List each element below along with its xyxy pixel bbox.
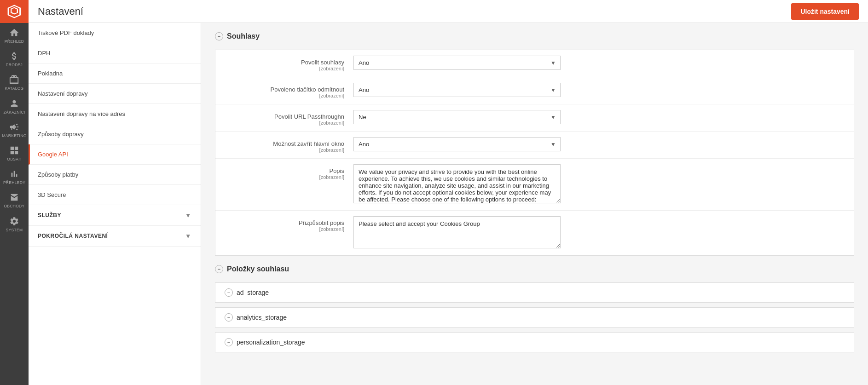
select-url[interactable]: Ne Ano <box>353 110 561 124</box>
chevron-down-icon: ▼ <box>185 212 191 219</box>
sidebar-item-label: KATALOG <box>5 86 24 91</box>
subsection-label-personalization-storage: personalization_storage <box>237 339 305 346</box>
collapse-icon-polozky[interactable]: − <box>215 265 223 273</box>
subsection-header-personalization-storage[interactable]: − personalization_storage <box>225 338 845 346</box>
form-row-tlacitko: Povoleno tlačítko odmítnout [zobrazení] … <box>215 77 854 104</box>
collapse-icon-ad[interactable]: − <box>225 288 233 297</box>
sidebar-item-label: PŘEHLED <box>5 39 24 44</box>
sidebar-item-label: PRODEJ <box>6 63 23 67</box>
subsection-label-analytics-storage: analytics_storage <box>237 314 287 321</box>
nav-item-pokladna[interactable]: Pokladna <box>29 63 201 84</box>
form-row-prizpusobit: Přizpůsobit popis [zobrazení] Please sel… <box>215 211 854 255</box>
nav-item-dph[interactable]: DPH <box>29 43 201 63</box>
select-tlacitko[interactable]: Ano Ne <box>353 83 561 97</box>
sidebar-item-label: ZÁKAZNÍCI <box>3 110 25 115</box>
nav-section-pokrocila-label: POKROČILÁ NASTAVENÍ <box>38 233 108 239</box>
form-label-popis: Popis [zobrazení] <box>225 164 353 180</box>
sidebar-item-marketing[interactable]: MARKETING <box>0 117 29 141</box>
shop-icon <box>9 192 19 202</box>
subsection-header-ad-storage[interactable]: − ad_storage <box>225 288 845 297</box>
section-header-souhlasy: − Souhlasy <box>215 32 854 40</box>
home-icon <box>9 28 19 38</box>
form-control-popis: We value your privacy and strive to prov… <box>353 164 845 205</box>
nav-item-nastaveni-dopravy[interactable]: Nastavení dopravy <box>29 84 201 104</box>
nav-section-pokrocila[interactable]: POKROČILÁ NASTAVENÍ ▼ <box>29 226 201 247</box>
left-nav: Tiskové PDF doklady DPH Pokladna Nastave… <box>29 23 201 385</box>
sidebar: PŘEHLED PRODEJ KATALOG ZÁKAZNÍCI MARKETI… <box>0 0 29 385</box>
magento-logo-icon <box>7 4 22 19</box>
subsection-analytics-storage: − analytics_storage <box>215 307 854 328</box>
top-header: Nastavení Uložit nastavení <box>29 0 868 23</box>
page-title: Nastavení <box>38 6 83 17</box>
grid-icon <box>9 145 19 155</box>
subsections-title: Položky souhlasu <box>227 265 289 273</box>
form-container: Povolit souhlasy [zobrazení] Ano Ne ▼ <box>215 50 854 256</box>
right-content: − Souhlasy Povolit souhlasy [zobrazení] … <box>201 23 868 385</box>
nav-item-zpusoby-dopravy[interactable]: Způsoby dopravy <box>29 124 201 144</box>
gear-icon <box>9 216 19 226</box>
sidebar-item-obchody[interactable]: OBCHODY <box>0 188 29 211</box>
sidebar-item-katalog[interactable]: KATALOG <box>0 70 29 93</box>
sidebar-item-prehled[interactable]: PŘEHLED <box>0 23 29 46</box>
select-povolit-souhlasy[interactable]: Ano Ne <box>353 56 561 70</box>
form-row-popis: Popis [zobrazení] We value your privacy … <box>215 159 854 211</box>
collapse-icon[interactable]: − <box>215 32 223 40</box>
box-icon <box>9 75 19 85</box>
chevron-down-icon: ▼ <box>185 232 191 240</box>
megaphone-icon <box>9 122 19 132</box>
sidebar-item-label: OBSAH <box>7 157 21 161</box>
textarea-prizpusobit[interactable]: Please select and accept your Cookies Gr… <box>353 216 561 248</box>
subsection-header-analytics-storage[interactable]: − analytics_storage <box>225 313 845 322</box>
nav-item-nastaveni-dopravy-adres[interactable]: Nastavení dopravy na více adres <box>29 104 201 124</box>
sidebar-item-obsah[interactable]: OBSAH <box>0 141 29 164</box>
nav-section-sluzby-label: SLUŽBY <box>38 212 61 218</box>
sidebar-item-label: MARKETING <box>2 133 26 138</box>
bar-chart-icon <box>9 169 19 179</box>
form-control-tlacitko: Ano Ne ▼ <box>353 83 845 97</box>
form-label-tlacitko: Povoleno tlačítko odmítnout [zobrazení] <box>225 83 353 98</box>
nav-section-sluzby[interactable]: SLUŽBY ▼ <box>29 205 201 226</box>
form-row-povolit-souhlasy: Povolit souhlasy [zobrazení] Ano Ne ▼ <box>215 50 854 77</box>
subsection-personalization-storage: − personalization_storage <box>215 332 854 352</box>
select-wrapper-zavrit: Ano Ne ▼ <box>353 137 561 151</box>
form-control-url: Ne Ano ▼ <box>353 110 845 124</box>
select-wrapper-povolit-souhlasy: Ano Ne ▼ <box>353 56 561 70</box>
form-label-prizpusobit: Přizpůsobit popis [zobrazení] <box>225 216 353 232</box>
form-row-zavrit: Možnost zavřít hlavní okno [zobrazení] A… <box>215 132 854 159</box>
nav-item-tiskove-pdf[interactable]: Tiskové PDF doklady <box>29 23 201 43</box>
sidebar-item-prehledy[interactable]: PŘEHLEDY <box>0 164 29 188</box>
subsection-label-ad-storage: ad_storage <box>237 289 269 296</box>
section-header-polozky: − Položky souhlasu <box>215 265 854 273</box>
nav-item-3d-secure[interactable]: 3D Secure <box>29 185 201 205</box>
main-area: Nastavení Uložit nastavení Tiskové PDF d… <box>29 0 868 385</box>
person-icon <box>9 98 19 109</box>
nav-item-google-api[interactable]: Google API <box>29 144 201 165</box>
collapse-icon-analytics[interactable]: − <box>225 313 233 322</box>
sidebar-item-system[interactable]: SYSTÉM <box>0 212 29 235</box>
dollar-icon <box>9 51 19 61</box>
select-wrapper-url: Ne Ano ▼ <box>353 110 561 124</box>
collapse-icon-personalization[interactable]: − <box>225 338 233 346</box>
nav-item-zpusoby-platby[interactable]: Způsoby platby <box>29 165 201 185</box>
sidebar-item-label: SYSTÉM <box>6 228 23 232</box>
subsection-ad-storage: − ad_storage <box>215 282 854 303</box>
sidebar-item-prodej[interactable]: PRODEJ <box>0 46 29 70</box>
form-row-url: Povolit URL Passthroughn [zobrazení] Ne … <box>215 104 854 132</box>
form-control-prizpusobit: Please select and accept your Cookies Gr… <box>353 216 845 250</box>
form-label-povolit-souhlasy: Povolit souhlasy [zobrazení] <box>225 56 353 71</box>
sidebar-item-label: PŘEHLEDY <box>3 180 25 185</box>
logo[interactable] <box>0 0 29 23</box>
save-button[interactable]: Uložit nastavení <box>791 3 859 20</box>
textarea-popis[interactable]: We value your privacy and strive to prov… <box>353 164 561 203</box>
sidebar-item-label: OBCHODY <box>4 204 24 208</box>
section-title: Souhlasy <box>227 32 260 40</box>
select-wrapper-tlacitko: Ano Ne ▼ <box>353 83 561 97</box>
content-wrapper: Tiskové PDF doklady DPH Pokladna Nastave… <box>29 23 868 385</box>
sidebar-item-zakaznici[interactable]: ZÁKAZNÍCI <box>0 94 29 117</box>
form-label-zavrit: Možnost zavřít hlavní okno [zobrazení] <box>225 137 353 153</box>
form-control-povolit-souhlasy: Ano Ne ▼ <box>353 56 845 70</box>
form-control-zavrit: Ano Ne ▼ <box>353 137 845 151</box>
select-zavrit[interactable]: Ano Ne <box>353 137 561 151</box>
form-label-url: Povolit URL Passthroughn [zobrazení] <box>225 110 353 126</box>
